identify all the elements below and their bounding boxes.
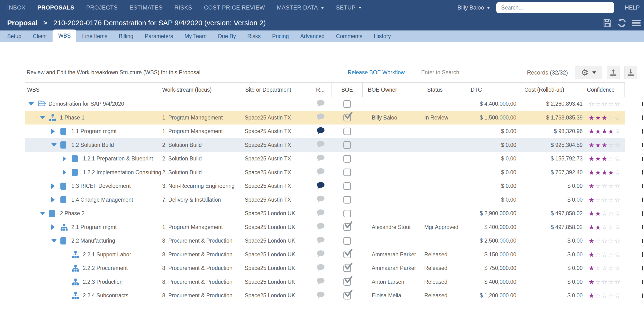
tab-line-items[interactable]: Line Items xyxy=(76,31,113,42)
tab-wbs[interactable]: WBS xyxy=(52,30,76,42)
tab-client[interactable]: Client xyxy=(27,31,52,42)
confidence-rating[interactable]: ★☆☆☆☆ xyxy=(588,279,621,285)
column-header-workstream[interactable]: Work-stream (focus) xyxy=(159,83,242,97)
release-boe-workflow-link[interactable]: Release BOE Workflow xyxy=(348,69,405,76)
nav-estimates[interactable]: ESTIMATES xyxy=(129,4,162,11)
confidence-rating[interactable]: ★★★☆☆ xyxy=(588,155,621,162)
expand-toggle[interactable] xyxy=(51,224,60,230)
expand-toggle[interactable] xyxy=(40,212,49,215)
column-header-boe[interactable]: BOE xyxy=(332,83,363,97)
nav-cost-price-review[interactable]: COST-PRICE REVIEW xyxy=(204,4,265,11)
expand-toggle[interactable] xyxy=(51,197,60,202)
tab-due-by[interactable]: Due By xyxy=(212,31,242,42)
column-header-confidence[interactable]: Confidence xyxy=(585,83,625,97)
global-search-input[interactable] xyxy=(496,2,614,13)
comment-icon[interactable] xyxy=(316,264,325,273)
nav-master-data[interactable]: MASTER DATA xyxy=(277,4,324,11)
nav-setup[interactable]: SETUP xyxy=(336,4,362,11)
table-row[interactable]: 1.4 Change Management7. Delivery & Insta… xyxy=(25,193,625,207)
comment-icon[interactable] xyxy=(316,113,325,122)
boe-checkbox[interactable] xyxy=(344,141,351,149)
save-button[interactable] xyxy=(602,18,612,28)
expand-toggle[interactable] xyxy=(63,170,72,175)
confidence-rating[interactable]: ★★☆☆☆ xyxy=(588,224,621,230)
tab-my-team[interactable]: My Team xyxy=(179,31,212,42)
column-header-wbs[interactable]: WBS xyxy=(25,83,159,97)
expand-toggle[interactable] xyxy=(51,129,60,134)
expand-toggle[interactable] xyxy=(40,116,49,119)
user-menu[interactable]: Billy Baloo xyxy=(457,4,490,11)
comment-icon[interactable] xyxy=(316,140,325,150)
table-row[interactable]: 2.2.3 Production8. Procurement & Product… xyxy=(25,275,625,289)
comment-icon[interactable] xyxy=(316,277,325,286)
boe-checkbox[interactable] xyxy=(344,223,351,231)
table-row[interactable]: 2.2 Manufacturing8. Procurement & Produc… xyxy=(25,234,625,248)
confidence-rating[interactable]: ★★★☆☆ xyxy=(588,142,621,148)
comment-icon[interactable] xyxy=(316,236,325,245)
tab-billing[interactable]: Billing xyxy=(113,31,139,42)
table-row[interactable]: 2.2.1 Support Labor8. Procurement & Prod… xyxy=(25,248,625,262)
comment-icon[interactable] xyxy=(316,195,325,204)
menu-button[interactable] xyxy=(632,20,641,26)
boe-checkbox[interactable] xyxy=(344,196,351,204)
confidence-rating[interactable]: ★☆☆☆☆ xyxy=(588,251,621,258)
boe-checkbox[interactable] xyxy=(344,210,351,217)
table-row[interactable]: 1.2.2 Implementation Consulting2. Soluti… xyxy=(25,166,625,179)
comment-icon[interactable] xyxy=(316,154,325,163)
boe-checkbox[interactable] xyxy=(344,114,351,121)
help-link[interactable]: HELP xyxy=(625,4,640,11)
comment-icon[interactable] xyxy=(316,250,325,259)
boe-checkbox[interactable] xyxy=(344,100,351,108)
boe-checkbox[interactable] xyxy=(344,128,351,135)
expand-toggle[interactable] xyxy=(63,156,72,161)
boe-checkbox[interactable] xyxy=(344,182,351,190)
nav-projects[interactable]: PROJECTS xyxy=(86,4,118,11)
boe-checkbox[interactable] xyxy=(344,264,351,272)
tab-risks[interactable]: Risks xyxy=(242,31,266,42)
expand-toggle[interactable] xyxy=(51,239,60,243)
confidence-rating[interactable]: ★☆☆☆☆ xyxy=(588,265,621,271)
nav-inbox[interactable]: INBOX xyxy=(7,4,26,11)
tab-pricing[interactable]: Pricing xyxy=(266,31,294,42)
table-row[interactable]: Demostration for SAP 9/4/2020$ 4,400,000… xyxy=(25,97,625,111)
table-row[interactable]: 1.3 RICEF Development3. Non-Recurring En… xyxy=(25,179,625,193)
table-row[interactable]: 2.1 Program mgmt1. Program ManagementSpa… xyxy=(25,220,625,234)
upload-button[interactable] xyxy=(607,66,620,79)
table-row[interactable]: 1 Phase 11. Program ManagementSpace25 Au… xyxy=(25,111,625,125)
expand-toggle[interactable] xyxy=(51,143,60,147)
tab-parameters[interactable]: Parameters xyxy=(139,31,179,42)
column-header-site[interactable]: Site or Department xyxy=(242,83,309,97)
grid-search-input[interactable] xyxy=(417,66,518,79)
tab-setup[interactable]: Setup xyxy=(2,31,27,42)
download-button[interactable] xyxy=(624,66,637,79)
boe-checkbox[interactable] xyxy=(344,155,351,163)
expand-toggle[interactable] xyxy=(28,102,38,106)
comment-icon[interactable] xyxy=(316,223,325,232)
table-row[interactable]: 2.2.2 Procurement8. Procurement & Produc… xyxy=(25,261,625,275)
comment-icon[interactable] xyxy=(316,168,325,177)
boe-checkbox[interactable] xyxy=(344,169,351,176)
confidence-rating[interactable]: ★★★★☆ xyxy=(588,169,621,176)
comment-icon[interactable] xyxy=(316,291,325,300)
boe-checkbox[interactable] xyxy=(344,251,351,258)
grid-settings-button[interactable]: ⚙ xyxy=(575,66,602,79)
boe-checkbox[interactable] xyxy=(344,278,351,286)
column-header-status[interactable]: Status xyxy=(421,83,466,97)
tab-advanced[interactable]: Advanced xyxy=(295,31,330,42)
table-row[interactable]: 1.1 Program mgmt1. Program ManagementSpa… xyxy=(25,125,625,138)
nav-proposals[interactable]: PROPOSALS xyxy=(37,4,74,11)
confidence-rating[interactable]: ★☆☆☆☆ xyxy=(588,197,621,203)
boe-checkbox[interactable] xyxy=(344,292,351,299)
comment-icon[interactable] xyxy=(316,182,325,191)
confidence-rating[interactable]: ☆☆☆☆☆ xyxy=(588,101,621,107)
table-row[interactable]: 2.2.4 Subcontracts8. Procurement & Produ… xyxy=(25,289,625,302)
comment-icon[interactable] xyxy=(316,100,325,109)
table-row[interactable]: 2 Phase 2Space25 London UK$ 2,900,000.00… xyxy=(25,207,625,220)
comment-icon[interactable] xyxy=(316,209,325,218)
column-header-boe-owner[interactable]: BOE Owner xyxy=(363,83,421,97)
tab-comments[interactable]: Comments xyxy=(330,31,368,42)
comment-icon[interactable] xyxy=(316,127,325,136)
confidence-rating[interactable]: ★★★★☆ xyxy=(588,128,621,135)
column-header-dtc[interactable]: DTC xyxy=(466,83,522,97)
tab-history[interactable]: History xyxy=(368,31,397,42)
